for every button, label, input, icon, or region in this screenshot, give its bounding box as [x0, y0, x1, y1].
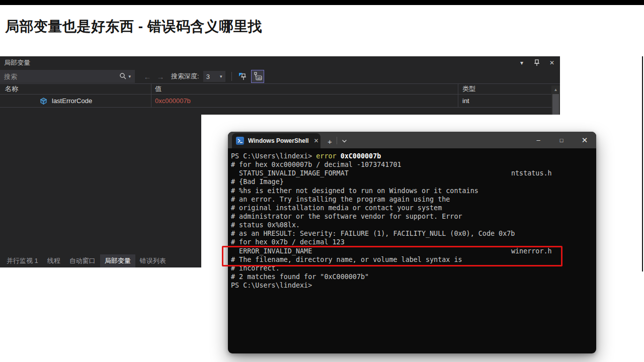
terminal-content[interactable]: PS C:\Users\lindexi> error 0xC000007b# f…: [228, 148, 596, 353]
pin-filter-icon[interactable]: [237, 71, 248, 82]
depth-caret-icon: ▾: [220, 74, 222, 79]
tab-separator: [337, 137, 337, 144]
pin-icon[interactable]: [533, 59, 541, 67]
terminal-tab[interactable]: Windows PowerShell ✕: [232, 133, 320, 148]
maximize-icon[interactable]: □: [550, 132, 573, 148]
variable-name: lastErrorCode: [52, 97, 92, 105]
variable-value: 0xc000007b: [155, 97, 191, 105]
tool-window-tab[interactable]: 错误列表: [135, 254, 171, 267]
column-header-value[interactable]: 值: [151, 84, 458, 94]
pin-ab-toggle-icon[interactable]: ab: [251, 70, 264, 83]
tool-window-tab[interactable]: 局部变量: [100, 254, 135, 267]
terminal-window: Windows PowerShell ✕ + – □ ✕ PS C:\Users…: [228, 132, 596, 353]
search-depth-dropdown[interactable]: 3 ▾: [203, 71, 225, 82]
locals-grid-header[interactable]: 名称 值 类型: [0, 84, 560, 95]
top-black-bar: [0, 0, 644, 5]
locals-bottom-tabs: 并行监视 1线程自动窗口局部变量错误列表: [0, 254, 171, 267]
search-depth-label: 搜索深度:: [171, 72, 199, 81]
locals-grid: 名称 值 类型 lastErrorCode 0xc000007b int: [0, 83, 560, 108]
new-tab-icon[interactable]: +: [328, 137, 332, 146]
locals-toolbar: ▾ ← → 搜索深度: 3 ▾ ab: [0, 69, 560, 83]
back-arrow-icon[interactable]: ←: [142, 72, 153, 81]
forward-arrow-icon[interactable]: →: [155, 72, 166, 81]
scrollbar-up-arrow-icon[interactable]: ▲: [551, 85, 560, 94]
column-header-name[interactable]: 名称: [0, 84, 151, 94]
terminal-titlebar[interactable]: Windows PowerShell ✕ + – □ ✕: [228, 132, 596, 148]
terminal-tab-title: Windows PowerShell: [248, 137, 309, 144]
tool-window-tab[interactable]: 线程: [43, 254, 65, 267]
variable-cube-icon: [39, 97, 48, 105]
page-title: 局部变量也是好东西 - 错误码含义哪里找: [5, 17, 262, 36]
tab-dropdown-icon[interactable]: [342, 137, 347, 146]
search-box[interactable]: ▾: [0, 70, 135, 83]
search-caret-icon[interactable]: ▾: [128, 74, 131, 79]
window-edge-line: [642, 56, 643, 272]
close-icon[interactable]: ✕: [573, 132, 596, 148]
search-input[interactable]: [0, 73, 119, 80]
window-position-icon[interactable]: ▾: [518, 59, 526, 67]
search-depth-value: 3: [206, 73, 210, 80]
toolbar-separator: [231, 72, 232, 81]
close-icon[interactable]: ✕: [548, 59, 556, 67]
powershell-icon: [236, 137, 244, 145]
search-icon[interactable]: [119, 72, 126, 81]
table-row[interactable]: lastErrorCode 0xc000007b int: [0, 95, 560, 108]
variable-type: int: [462, 97, 469, 105]
svg-text:ab: ab: [257, 76, 261, 80]
terminal-output: PS C:\Users\lindexi> error 0xC000007b# f…: [231, 152, 596, 290]
tool-window-tab[interactable]: 自动窗口: [65, 254, 100, 267]
tab-close-icon[interactable]: ✕: [313, 137, 320, 144]
minimize-icon[interactable]: –: [527, 132, 550, 148]
locals-title: 局部变量: [4, 58, 30, 67]
column-header-type[interactable]: 类型: [458, 84, 551, 94]
locals-titlebar[interactable]: 局部变量 ▾ ✕: [0, 56, 560, 69]
tool-window-tab[interactable]: 并行监视 1: [2, 254, 43, 267]
